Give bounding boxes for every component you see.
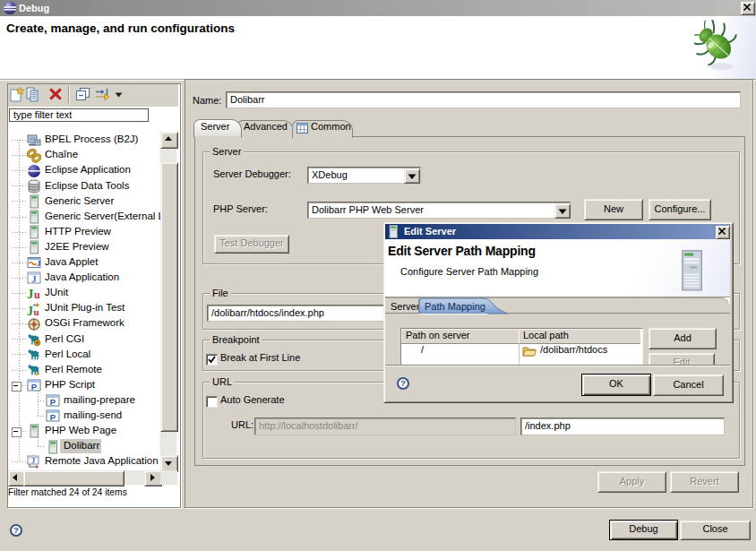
svg-text:J: J xyxy=(27,304,33,316)
svg-text:J: J xyxy=(27,287,34,301)
svg-text:J: J xyxy=(31,457,35,465)
svg-text:u: u xyxy=(34,306,39,316)
svg-text:u: u xyxy=(34,288,40,301)
